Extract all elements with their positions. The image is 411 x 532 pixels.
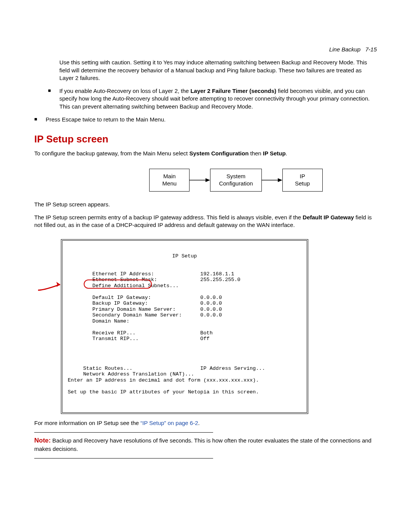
svg-marker-4: [56, 282, 60, 287]
arrow-right-icon: [190, 177, 210, 183]
config-paragraph: To configure the backup gateway, from th…: [34, 150, 377, 157]
bullet-marker-icon: ■: [34, 116, 46, 123]
nav-box-system-config: System Configuration: [210, 169, 261, 192]
terminal-rows: Ethernet IP Address: 192.168.1.1 Etherne…: [68, 265, 301, 342]
after-nav-para-2: The IP Setup screen permits entry of a b…: [34, 214, 377, 229]
nav-box-ip-setup: IP Setup: [282, 169, 323, 192]
more-info-para: For more information on IP Setup see the…: [34, 419, 377, 427]
terminal-screenshot: IP Setup Ethernet IP Address: 192.168.1.…: [61, 239, 308, 414]
note-paragraph: Note: Backup and Recovery have resolutio…: [34, 436, 377, 453]
bullet-marker-icon: ■: [48, 87, 59, 110]
navigation-diagram: Main Menu System Configuration IP Setup: [95, 169, 377, 192]
arrow-right-icon: [262, 177, 282, 183]
note-rule-bottom: [34, 458, 213, 459]
terminal-bottom-row: Static Routes... IP Address Serving...: [68, 366, 301, 372]
bullet-text: If you enable Auto-Recovery on loss of L…: [59, 87, 377, 110]
bullet-item: ■ If you enable Auto-Recovery on loss of…: [48, 87, 377, 110]
cross-reference-link[interactable]: “IP Setup” on page 6-2: [140, 420, 198, 426]
bullet-text: Press Escape twice to return to the Main…: [46, 116, 377, 123]
nav-box-main-menu: Main Menu: [149, 169, 190, 192]
header-page: 7-15: [365, 46, 377, 53]
terminal-bottom-row: Network Address Translation (NAT)...: [68, 371, 301, 377]
after-nav-para-1: The IP Setup screen appears.: [34, 201, 377, 208]
terminal-box: IP Setup Ethernet IP Address: 192.168.1.…: [61, 239, 308, 414]
page-root: Line Backup 7-15 Use this setting with c…: [0, 0, 411, 532]
note-label: Note:: [34, 437, 51, 444]
bullet-item: ■ Press Escape twice to return to the Ma…: [34, 116, 377, 123]
running-header: Line Backup 7-15: [34, 46, 377, 53]
section-heading: IP Setup screen: [34, 133, 377, 146]
terminal-footer: Set up the basic IP attributes of your N…: [68, 389, 301, 395]
intro-paragraph: Use this setting with caution. Setting i…: [59, 59, 377, 82]
svg-marker-3: [278, 178, 282, 182]
terminal-footer: Enter an IP address in decimal and dot f…: [68, 377, 301, 383]
terminal-title: IP Setup: [68, 253, 301, 259]
note-rule-top: [34, 432, 213, 433]
header-section: Line Backup: [329, 46, 361, 53]
svg-marker-1: [206, 178, 210, 182]
